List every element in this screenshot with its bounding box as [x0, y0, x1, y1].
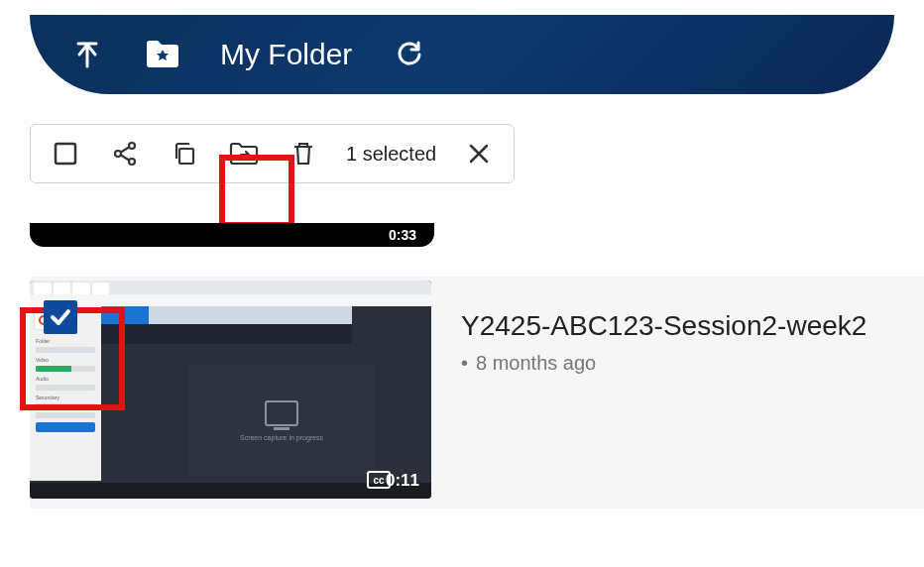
svg-point-1 [129, 143, 135, 149]
video-duration: 0:11 [386, 471, 419, 491]
folder-title: My Folder [220, 38, 352, 71]
folder-header: My Folder [30, 15, 894, 94]
svg-rect-4 [179, 149, 193, 164]
svg-point-2 [115, 151, 121, 157]
tutorial-highlight-move [219, 155, 294, 228]
video-checkbox-selected[interactable] [44, 300, 77, 334]
selection-count: 1 selected [346, 143, 436, 166]
video-info: Y2425-ABC123-Session2-week2 • 8 months a… [431, 281, 866, 499]
share-button[interactable] [108, 137, 142, 170]
video-title[interactable]: Y2425-ABC123-Session2-week2 [461, 310, 866, 342]
folder-icon [145, 40, 180, 69]
refresh-button[interactable] [392, 37, 427, 72]
video-age: 8 months ago [476, 352, 596, 375]
bullet-icon: • [461, 352, 468, 375]
svg-point-3 [129, 159, 135, 165]
previous-video-duration: 0:33 [389, 227, 416, 243]
svg-rect-0 [56, 144, 75, 164]
video-list-item[interactable]: Folder Video Audio Secondary Screen capt… [30, 277, 924, 509]
up-level-button[interactable] [69, 37, 105, 72]
copy-button[interactable] [168, 137, 201, 170]
previous-video-partial[interactable]: 0:33 [30, 223, 434, 247]
select-all-checkbox[interactable] [49, 137, 82, 170]
video-meta: • 8 months ago [461, 352, 866, 375]
clear-selection-button[interactable] [462, 137, 496, 170]
